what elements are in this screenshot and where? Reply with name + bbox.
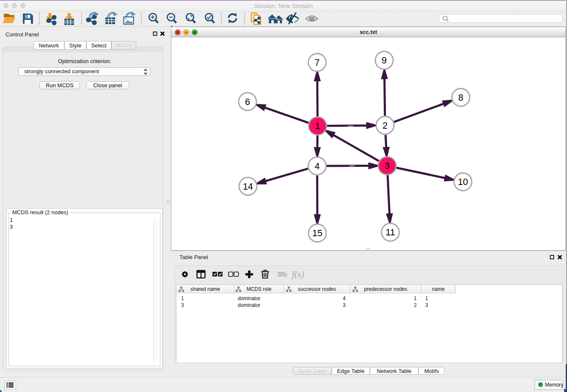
svg-text:6: 6	[245, 97, 250, 107]
svg-text:9: 9	[382, 55, 387, 66]
svg-text:2: 2	[383, 121, 388, 131]
svg-text:8: 8	[458, 93, 463, 103]
svg-text:14: 14	[243, 182, 253, 192]
svg-text:11: 11	[385, 227, 395, 237]
svg-text:f(x): f(x)	[292, 269, 304, 279]
svg-text:7: 7	[315, 58, 320, 68]
svg-text:15: 15	[312, 228, 322, 238]
svg-text:4: 4	[315, 161, 320, 171]
svg-text:1: 1	[315, 121, 320, 131]
svg-text:10: 10	[458, 177, 468, 187]
svg-text:3: 3	[385, 161, 390, 171]
